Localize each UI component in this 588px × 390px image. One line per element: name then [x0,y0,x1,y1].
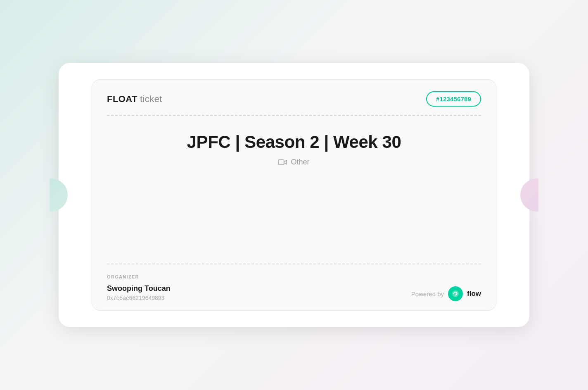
svg-point-2 [455,295,456,295]
notch-right [520,178,538,212]
notch-left [50,178,68,212]
organizer-label: ORGANIZER [107,274,171,279]
ticket-footer: ORGANIZER Swooping Toucan 0x7e5ae6621964… [92,264,496,310]
inner-ticket: FLOAT ticket #123456789 JPFC | Season 2 … [92,79,496,311]
powered-by-section: Powered by flow [411,286,481,301]
ticket-card: FLOAT ticket #123456789 JPFC | Season 2 … [59,63,529,327]
event-type-row: Other [107,158,481,166]
float-logo: FLOAT ticket [107,94,162,105]
organizer-section: ORGANIZER Swooping Toucan 0x7e5ae6621964… [107,274,171,301]
video-icon [278,159,287,166]
ticket-id-badge: #123456789 [426,91,481,107]
float-logo-light: ticket [140,94,162,105]
event-title: JPFC | Season 2 | Week 30 [107,132,481,152]
flow-logo-circle [448,286,463,301]
organizer-address: 0x7e5ae66219649893 [107,295,171,301]
organizer-name: Swooping Toucan [107,284,171,293]
powered-by-label: Powered by [411,290,444,297]
flow-label: flow [467,290,481,298]
float-logo-bold: FLOAT [107,94,138,105]
ticket-header: FLOAT ticket #123456789 [92,80,496,115]
svg-rect-0 [279,159,284,164]
event-type-label: Other [291,158,309,166]
ticket-main: JPFC | Season 2 | Week 30 Other [92,116,496,264]
svg-point-1 [452,290,459,297]
